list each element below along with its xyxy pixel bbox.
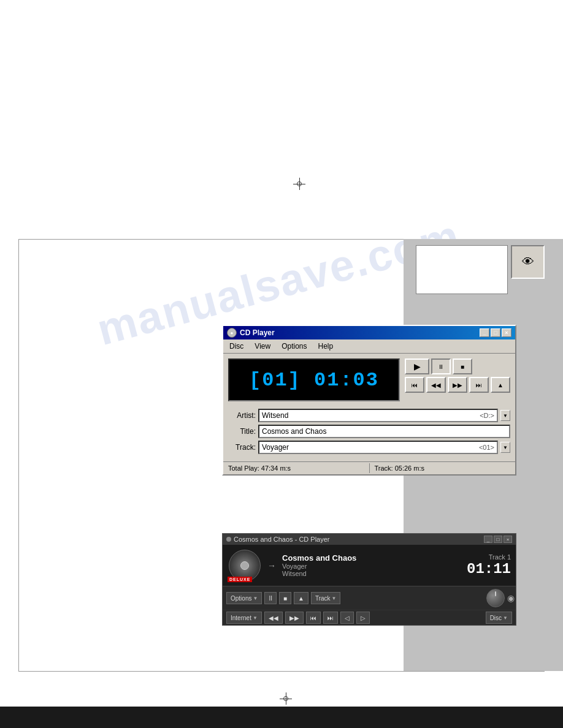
cosmos-volume-knob[interactable] (486, 589, 505, 607)
menu-options[interactable]: Options (279, 341, 309, 352)
cd-fast-forward-button[interactable]: ▶▶ (448, 377, 467, 393)
cosmos-disc-label: Disc (490, 615, 502, 621)
cd-maximize-button[interactable]: □ (491, 328, 500, 337)
cosmos-pause-icon: II (269, 595, 272, 602)
cosmos-pause-button[interactable]: II (264, 592, 277, 604)
cd-title-label: Title: (228, 427, 256, 436)
menu-view[interactable]: View (252, 341, 273, 352)
cd-title-bar: ● CD Player _ □ × (223, 326, 515, 339)
cosmos-close-button[interactable]: × (504, 536, 512, 543)
cd-status-bar: Total Play: 47:34 m:s Track: 05:26 m:s (223, 461, 515, 474)
bottom-dark-bar (0, 707, 563, 728)
cd-stop-button[interactable]: ■ (453, 358, 472, 374)
white-rectangle (416, 245, 508, 294)
cd-next-track-button[interactable]: ⏭ (469, 377, 489, 393)
menu-disc[interactable]: Disc (227, 341, 246, 352)
cosmos-cd-art: DELUXE (228, 548, 261, 582)
cd-minimize-button[interactable]: _ (480, 328, 489, 337)
cosmos-rewind-icon: ◀◀ (269, 615, 278, 621)
cosmos-next-button[interactable]: ⏭ (323, 612, 338, 624)
cd-artist-row: Artist: Witsend <D:> ▼ (228, 409, 510, 422)
cosmos-disc-arrow-icon: ▼ (503, 615, 508, 621)
cd-track-label: Track: (228, 443, 256, 452)
cd-app-icon: ● (227, 328, 237, 338)
cosmos-maximize-button[interactable]: □ (494, 536, 502, 543)
cosmos-internet-button[interactable]: Internet ▼ (226, 612, 262, 624)
horizontal-rule-bottom (18, 671, 545, 672)
cosmos-time-area: Track 1 01:11 (467, 553, 511, 577)
cd-lcd-display: [01] 01:03 (228, 358, 400, 401)
crosshair-bottom (280, 692, 292, 705)
cosmos-prev2-icon: ◁ (345, 615, 350, 621)
cd-title-row: Title: Cosmos and Chaos (228, 425, 510, 438)
cd-title-value: Cosmos and Chaos (262, 427, 326, 436)
cosmos-track-arrow-icon: ▼ (332, 596, 337, 601)
crosshair-bottom-circle (283, 696, 288, 701)
cd-track-value: Voyager (262, 443, 289, 452)
cosmos-eject-button[interactable]: ▲ (294, 592, 308, 604)
left-vertical-line (18, 239, 19, 671)
cd-controls: ▶ ⏸ ■ ⏮ ◀◀ ▶▶ ⏭ ▲ (405, 358, 510, 401)
cosmos-eject-icon: ▲ (298, 595, 304, 602)
cosmos-title-dot (226, 537, 231, 542)
cosmos-time-display: 01:11 (467, 561, 511, 577)
cd-info-section: Artist: Witsend <D:> ▼ Title: Cosmos and… (223, 406, 515, 461)
crosshair-top (293, 178, 305, 190)
cd-menu-bar: Disc View Options Help (223, 339, 515, 354)
cosmos-track-info: Cosmos and Chaos Voyager Witsend (282, 553, 462, 577)
cosmos-next2-icon: ▷ (361, 615, 366, 621)
cd-artist-dropdown[interactable]: ▼ (500, 410, 510, 421)
cd-close-button[interactable]: × (502, 328, 511, 337)
cosmos-track-label: Track (315, 595, 331, 602)
cosmos-stop-icon: ■ (283, 595, 287, 602)
cosmos-next2-button[interactable]: ▷ (356, 612, 370, 624)
cd-eject-button[interactable]: ▲ (491, 377, 510, 393)
cd-track-time: Track: 05:26 m:s (370, 463, 516, 473)
cd-artist-field: Witsend <D:> (258, 409, 498, 422)
cd-artist-value: Witsend (262, 411, 288, 420)
cosmos-title-text: Cosmos and Chaos - CD Player (234, 536, 330, 543)
cosmos-controls-row1: Options ▼ II ■ ▲ Track ▼ ◉ (223, 586, 516, 610)
cd-ctrl-row-1: ▶ ⏸ ■ (405, 358, 510, 374)
eye-icon-box[interactable]: 👁 (511, 245, 545, 279)
cd-artist-label: Artist: (228, 411, 256, 420)
cd-artist-code: <D:> (480, 412, 494, 419)
cosmos-track-button[interactable]: Track ▼ (311, 592, 341, 604)
cd-prev-track-button[interactable]: ⏮ (405, 377, 424, 393)
cosmos-options-label: Options (231, 595, 251, 602)
cosmos-track-artist: Witsend (282, 570, 462, 577)
cosmos-player-window: Cosmos and Chaos - CD Player _ □ × DELUX… (222, 533, 516, 626)
cosmos-minimize-button[interactable]: _ (484, 536, 492, 543)
cosmos-next-icon: ⏭ (327, 615, 334, 621)
cosmos-options-button[interactable]: Options ▼ (226, 592, 262, 604)
cd-time-display: [01] 01:03 (249, 369, 379, 392)
cosmos-rewind-button[interactable]: ◀◀ (264, 612, 283, 624)
cd-total-play: Total Play: 47:34 m:s (223, 463, 370, 473)
cosmos-cd-center (240, 561, 249, 570)
cosmos-ffwd-icon: ▶▶ (289, 615, 299, 621)
cd-track-field: Voyager <01> (258, 441, 498, 454)
cd-play-button[interactable]: ▶ (405, 358, 429, 374)
cosmos-prev2-button[interactable]: ◁ (340, 612, 354, 624)
menu-help[interactable]: Help (316, 341, 336, 352)
cosmos-track-title: Cosmos and Chaos (282, 553, 462, 563)
cd-track-row: Track: Voyager <01> ▼ (228, 441, 510, 454)
cosmos-track-number: Track 1 (467, 553, 511, 561)
cosmos-title-left: Cosmos and Chaos - CD Player (226, 536, 330, 543)
cosmos-options-arrow-icon: ▼ (253, 596, 258, 601)
cosmos-deluxe-badge: DELUXE (228, 577, 252, 582)
cosmos-ffwd-button[interactable]: ▶▶ (285, 612, 304, 624)
cd-pause-button[interactable]: ⏸ (431, 358, 451, 374)
cosmos-prev-button[interactable]: ⏮ (306, 612, 321, 624)
cd-rewind-button[interactable]: ◀◀ (426, 377, 446, 393)
cosmos-stop-button[interactable]: ■ (279, 592, 291, 604)
cd-title-text: CD Player (240, 328, 275, 337)
cd-track-dropdown[interactable]: ▼ (500, 442, 510, 453)
cd-ctrl-row-2: ⏮ ◀◀ ▶▶ ⏭ ▲ (405, 377, 510, 393)
cosmos-prev-icon: ⏮ (310, 615, 316, 621)
cosmos-arrow-icon: → (267, 561, 276, 571)
cosmos-internet-label: Internet (231, 615, 251, 621)
eye-icon: 👁 (522, 255, 534, 269)
cosmos-disc-button[interactable]: Disc ▼ (486, 612, 512, 624)
cosmos-speaker-icon: ◉ (507, 593, 512, 603)
